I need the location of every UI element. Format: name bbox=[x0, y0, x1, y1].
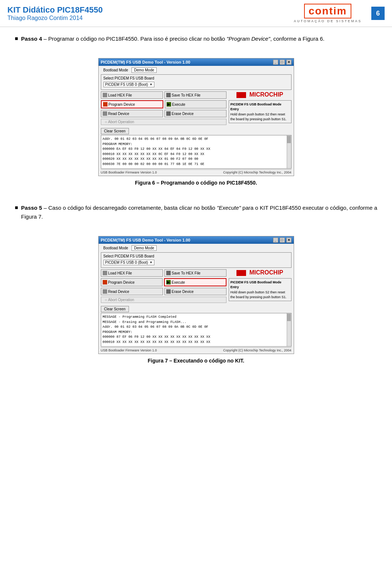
sim2-output-area: MESSAGE - Programming FLASH Completed ME… bbox=[101, 313, 292, 347]
sim1-program-btn[interactable]: Program Device bbox=[101, 100, 163, 108]
figure7-wrapper: PICDEM(TM) FS USB Demo Tool - Version 1.… bbox=[15, 236, 377, 354]
sim2-titlebar: PICDEM(TM) FS USB Demo Tool - Version 1.… bbox=[99, 236, 294, 244]
sim1-output-area: Addr. 00 01 02 03 04 05 06 07 08 09 0A 0… bbox=[101, 135, 292, 169]
sim2-read-label: Read Device bbox=[108, 290, 129, 294]
sim2-select-arrow: ▼ bbox=[150, 261, 153, 264]
sim1-menubar: Bootload Mode Demo Mode bbox=[101, 67, 292, 73]
sim1-board-section: Select PICDEM FS USB Board PICDEM FS USB… bbox=[101, 74, 292, 90]
sim1-out6: 000010 XX XX XX XX XX XX XX 0C EF 04 F0 … bbox=[103, 152, 290, 157]
microchip-icon bbox=[236, 92, 246, 98]
sim2-board-section: Select PICDEM FS USB Board PICDEM FS USB… bbox=[101, 252, 292, 268]
sim1-out5: 000000 EA EF 03 F0 12 00 XX XX 04 EF 04 … bbox=[103, 147, 290, 152]
sim2-read-btn[interactable]: Read Device bbox=[101, 288, 163, 295]
sim2-bootmode-label: PICDEM FS USB Bootload Mode Entry bbox=[231, 280, 290, 289]
sim2-out5: 000000 87 EF 06 F0 12 00 XX XX XX XX XX … bbox=[103, 335, 290, 340]
sim1-board-select-row: PICDEM FS USB 0 (Boot) ▼ bbox=[103, 82, 289, 87]
sim1-load-hex-btn[interactable]: Load HEX File bbox=[101, 91, 163, 99]
sim1-footer: USB Bootloader Firmware Version 1.0 Copy… bbox=[101, 169, 292, 174]
maximize-icon[interactable]: □ bbox=[280, 60, 285, 65]
step4-dash: – bbox=[44, 36, 47, 42]
sim2-erase-btn[interactable]: Erase Device bbox=[164, 288, 226, 295]
sim1-titlebar-icons: _ □ ✕ bbox=[273, 60, 292, 65]
sim2-footer-left: USB Bootloader Firmware Version 1.0 bbox=[101, 348, 157, 352]
close-icon[interactable]: ✕ bbox=[286, 60, 292, 65]
sim1-read-label: Read Device bbox=[108, 112, 129, 116]
sim1-clear-btn[interactable]: Clear Screen bbox=[101, 128, 129, 134]
step5-label: Passo 5 bbox=[21, 205, 42, 211]
sim2-save-hex-icon bbox=[166, 271, 171, 275]
main-content: ■ Passo 4 – Programar o código no PIC18F… bbox=[0, 27, 392, 380]
sim1-scrollbar[interactable] bbox=[287, 135, 291, 168]
sim2-titlebar-icons: _ □ ✕ bbox=[273, 237, 292, 243]
figure6-wrapper: PICDEM(TM) FS USB Demo Tool - Version 1.… bbox=[15, 58, 377, 176]
sim2-abort-radio: ○ bbox=[105, 298, 107, 302]
sim2-save-hex-label: Save To HEX File bbox=[172, 271, 201, 275]
sim1-select-arrow: ▼ bbox=[150, 83, 153, 86]
sim2-execute-icon: ▶ bbox=[166, 280, 171, 284]
sim2-footer-right: Copyright (C) Microchip Technology Inc.,… bbox=[223, 348, 291, 352]
sim2-load-hex-btn[interactable]: Load HEX File bbox=[101, 269, 163, 277]
step5-text: Passo 5 – Caso o código foi descarregado… bbox=[21, 203, 377, 221]
sim2-out1: Addr. 00 01 02 03 04 05 06 07 08 09 0A 0… bbox=[103, 325, 290, 330]
step4-text: Passo 4 – Programar o código no PIC18F45… bbox=[21, 34, 324, 43]
sim2-board-select-row: PICDEM FS USB 0 (Boot) ▼ bbox=[103, 260, 289, 265]
sim1-row2: Program Device ▶ Execute bbox=[101, 100, 226, 108]
sim2-maximize-icon[interactable]: □ bbox=[280, 237, 285, 243]
sim2-buttons-col: Load HEX File Save To HEX File Program D… bbox=[101, 269, 226, 304]
step4-block: ■ Passo 4 – Programar o código no PIC18F… bbox=[15, 34, 377, 43]
sim2-bootload-menu[interactable]: Bootload Mode bbox=[101, 245, 131, 251]
sim2-minimize-icon[interactable]: _ bbox=[273, 237, 278, 243]
sim2-demo-menu[interactable]: Demo Mode bbox=[132, 245, 157, 251]
sim1-footer-right: Copyright (C) Microchip Technology Inc.,… bbox=[223, 171, 291, 174]
sim1-out3: PROGRAM MEMORY: bbox=[103, 142, 290, 147]
sim1-erase-label: Erase Device bbox=[172, 112, 194, 116]
sim1-read-btn[interactable]: Read Device bbox=[101, 110, 163, 117]
sim2-main-area: Load HEX File Save To HEX File Program D… bbox=[101, 269, 292, 304]
sim1-abort-btn: ○ Abort Operation bbox=[101, 119, 226, 125]
sim2-execute-btn[interactable]: ▶ Execute bbox=[164, 278, 226, 286]
sim2-close-icon[interactable]: ✕ bbox=[286, 237, 292, 243]
sim2-board-select[interactable]: PICDEM FS USB 0 (Boot) ▼ bbox=[103, 260, 154, 265]
sim2-erase-icon bbox=[166, 289, 171, 294]
sim2-row2: Program Device ▶ Execute bbox=[101, 278, 226, 286]
sim1-bootmode-text: Hold down push button S2 then reset the … bbox=[231, 112, 290, 121]
step5-bullet: ■ bbox=[15, 204, 18, 210]
erase-icon bbox=[166, 111, 171, 116]
sim1-board-value: PICDEM FS USB 0 (Boot) bbox=[105, 82, 148, 87]
sim2-save-hex-btn[interactable]: Save To HEX File bbox=[164, 269, 226, 277]
sim2-scrollbar[interactable] bbox=[287, 313, 291, 346]
sim1-bootload-menu[interactable]: Bootload Mode bbox=[101, 67, 131, 73]
sim2-clear-btn[interactable]: Clear Screen bbox=[101, 306, 129, 312]
step4-label: Passo 4 bbox=[21, 36, 42, 42]
sim2-microchip-icon bbox=[236, 270, 246, 276]
sim2-out6: 000010 XX XX XX XX XX XX XX XX XX XX XX … bbox=[103, 340, 290, 345]
sim1-save-hex-btn[interactable]: Save To HEX File bbox=[164, 91, 226, 99]
sim1-footer-left: USB Bootloader Firmware Version 1.0 bbox=[101, 171, 157, 174]
step4-bullet: ■ bbox=[15, 35, 18, 41]
minimize-icon[interactable]: _ bbox=[273, 60, 278, 65]
sim1-main-area: Load HEX File Save To HEX File Program D… bbox=[101, 91, 292, 127]
sim1-row1: Load HEX File Save To HEX File bbox=[101, 91, 226, 99]
sim2-row3: Read Device Erase Device bbox=[101, 288, 226, 295]
sim1-abort-row: ○ Abort Operation bbox=[101, 119, 226, 125]
read-icon bbox=[103, 111, 107, 116]
sim2-execute-label: Execute bbox=[172, 280, 185, 284]
execute-icon: ▶ bbox=[167, 102, 171, 107]
sim2-program-btn[interactable]: Program Device bbox=[101, 278, 163, 286]
figure7-caption: Figura 7 – Executando o código no KIT. bbox=[15, 358, 377, 364]
figure6-caption: Figura 6 – Programando o código no PIC18… bbox=[15, 180, 377, 186]
sim1-load-hex-label: Load HEX File bbox=[108, 93, 132, 97]
sim1-board-select[interactable]: PICDEM FS USB 0 (Boot) ▼ bbox=[103, 82, 154, 87]
sim1-right-col: MICROCHIP PICDEM FS USB Bootload Mode En… bbox=[229, 91, 292, 127]
sim1-title-text: PICDEM(TM) FS USB Demo Tool - Version 1.… bbox=[101, 60, 190, 64]
sim1-execute-btn[interactable]: ▶ Execute bbox=[165, 100, 226, 108]
sim1-demo-menu[interactable]: Demo Mode bbox=[132, 67, 157, 73]
sim2-board-value: PICDEM FS USB 0 (Boot) bbox=[105, 260, 148, 264]
sim2-scrollthumb bbox=[287, 314, 291, 321]
step5-dash: – bbox=[44, 205, 47, 211]
sim1-execute-label: Execute bbox=[172, 102, 185, 107]
step4-italic: "Program Device" bbox=[226, 36, 270, 42]
sim1-erase-btn[interactable]: Erase Device bbox=[164, 110, 226, 117]
step5-italic: "Execute" bbox=[217, 205, 241, 211]
sim2-erase-label: Erase Device bbox=[172, 290, 194, 294]
